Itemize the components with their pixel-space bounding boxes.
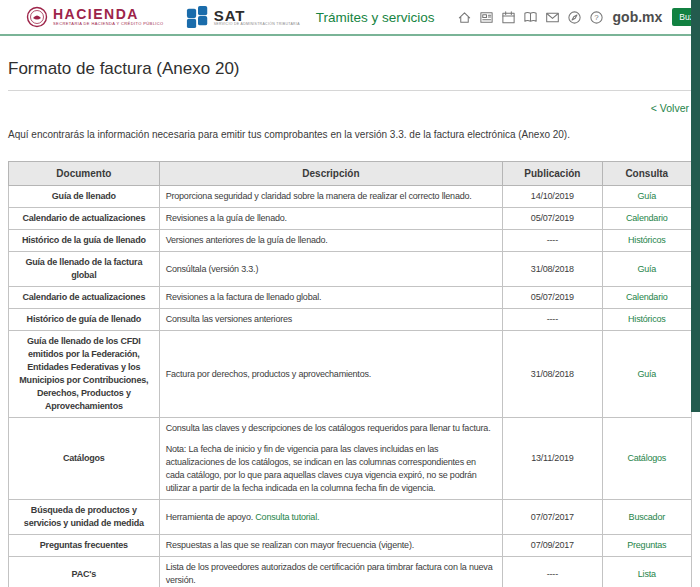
documento-cell: Guía de llenado [9,186,160,208]
table-row: Histórico de la guía de llenadoVersiones… [9,230,692,252]
publicacion-cell: ---- [503,557,602,587]
header-documento: Documento [9,162,160,186]
publicacion-cell: 14/10/2019 [503,186,602,208]
descripcion-cell: Consulta las versiones anteriores [159,309,503,331]
table-row: Búsqueda de productos y servicios y unid… [9,500,692,535]
consulta-link[interactable]: Preguntas [627,540,666,550]
consulta-cell: Históricos [602,309,691,331]
descripcion-cell: Proporciona seguridad y claridad sobre l… [159,186,503,208]
descripcion-cell: Consulta las claves y descripciones de l… [159,418,503,500]
hacienda-wordmark: HACIENDA [53,8,164,21]
header-icon-bar: ? [457,10,604,25]
documento-cell: Preguntas frecuentes [9,535,160,557]
consulta-link[interactable]: Catálogos [627,453,666,463]
consulta-link[interactable]: Históricos [628,235,666,245]
hacienda-subtitle: SECRETARÍA DE HACIENDA Y CRÉDITO PÚBLICO [53,21,164,26]
header-descripcion: Descripción [159,162,503,186]
table-row: CatálogosConsulta las claves y descripci… [9,418,692,500]
descripcion-paragraph: Revisiones a la guía de llenado. [166,212,497,225]
consulta-cell: Guía [602,331,691,418]
descripcion-cell: Revisiones a la guía de llenado. [159,208,503,230]
sat-logo[interactable]: SAT SERVICIO DE ADMINISTRACIÓN TRIBUTARI… [186,5,300,29]
table-body: Guía de llenadoProporciona seguridad y c… [9,186,692,587]
consulta-cell: Calendario [602,208,691,230]
publicacion-cell: 05/07/2019 [503,208,602,230]
descripcion-paragraph: Proporciona seguridad y claridad sobre l… [166,190,497,203]
volver-link[interactable]: < Volver [651,102,689,114]
home-icon[interactable] [457,10,472,25]
descripcion-link[interactable]: Consulta tutorial. [255,512,319,522]
documento-cell: Histórico de la guía de llenado [9,230,160,252]
top-header: HACIENDA SECRETARÍA DE HACIENDA Y CRÉDIT… [0,0,700,36]
header-publicacion: Publicación [503,162,602,186]
consulta-link[interactable]: Lista [638,569,656,579]
calendar-icon[interactable] [501,10,516,25]
sat-squares-icon [186,5,210,29]
news-icon[interactable] [479,10,494,25]
descripcion-paragraph: Revisiones a la factura de llenado globa… [166,291,497,304]
table-row: PAC'sLista de los proveedores autorizado… [9,557,692,587]
descripcion-paragraph: Respuestas a las que se realizan con may… [166,539,497,552]
consulta-link[interactable]: Guía [637,369,656,379]
descripcion-paragraph: Consulta las claves y descripciones de l… [166,422,497,435]
publicacion-cell: 05/07/2019 [503,287,602,309]
descripcion-cell: Herramienta de apoyo. Consulta tutorial. [159,500,503,535]
descripcion-cell: Respuestas a las que se realizan con may… [159,535,503,557]
consulta-cell: Lista [602,557,691,587]
scrollbar-thumb[interactable] [691,0,700,412]
mail-icon[interactable] [545,10,560,25]
consulta-link[interactable]: Calendario [626,213,668,223]
consulta-link[interactable]: Calendario [626,292,668,302]
descripcion-paragraph: Versiones anteriores de la guía de llena… [166,234,497,247]
descripcion-cell: Factura por derechos, productos y aprove… [159,331,503,418]
back-row: < Volver [8,98,692,116]
help-icon[interactable]: ? [589,10,604,25]
descripcion-paragraph: Consúltala (versión 3.3.) [166,263,497,276]
table-row: Guía de llenado de los CFDI emitidos por… [9,331,692,418]
consulta-link[interactable]: Guía [637,264,656,274]
consulta-cell: Preguntas [602,535,691,557]
documents-table: Documento Descripción Publicación Consul… [8,161,692,587]
tramites-y-servicios-link[interactable]: Trámites y servicios [316,10,435,25]
consulta-cell: Históricos [602,230,691,252]
compass-icon[interactable] [567,10,582,25]
intro-text: Aquí encontrarás la información necesari… [8,129,692,140]
documento-cell: Calendario de actualizaciones [9,208,160,230]
documento-cell: Catálogos [9,418,160,500]
publicacion-cell: 13/11/2019 [503,418,602,500]
documento-cell: Guía de llenado de los CFDI emitidos por… [9,331,160,418]
main-content: Formato de factura (Anexo 20) < Volver A… [0,59,700,587]
consulta-cell: Catálogos [602,418,691,500]
descripcion-paragraph: Factura por derechos, productos y aprove… [166,368,497,381]
svg-text:?: ? [594,13,599,22]
book-icon[interactable] [523,10,538,25]
sat-subtitle: SERVICIO DE ADMINISTRACIÓN TRIBUTARIA [214,22,300,26]
table-header-row: Documento Descripción Publicación Consul… [9,162,692,186]
consulta-cell: Calendario [602,287,691,309]
consulta-link[interactable]: Históricos [628,314,666,324]
publicacion-cell: 31/08/2018 [503,252,602,287]
descripcion-paragraph: Nota: La fecha de inicio y fin de vigenc… [166,443,497,495]
descripcion-paragraph: Lista de los proveedores autorizados de … [166,561,497,587]
consulta-cell: Buscador [602,500,691,535]
consulta-link[interactable]: Buscador [629,512,665,522]
consulta-link[interactable]: Guía [637,191,656,201]
documento-cell: PAC's [9,557,160,587]
publicacion-cell: ---- [503,230,602,252]
documento-cell: Guía de llenado de la factura global [9,252,160,287]
table-row: Guía de llenado de la factura globalCons… [9,252,692,287]
gobmx-logo[interactable]: gob.mx [613,9,663,25]
consulta-cell: Guía [602,252,691,287]
header-consulta: Consulta [602,162,691,186]
publicacion-cell: 07/07/2017 [503,500,602,535]
sat-wordmark: SAT [214,9,300,22]
descripcion-cell: Revisiones a la factura de llenado globa… [159,287,503,309]
hacienda-logo[interactable]: HACIENDA SECRETARÍA DE HACIENDA Y CRÉDIT… [26,6,164,28]
table-row: Histórico de guía de llenadoConsulta las… [9,309,692,331]
table-row: Calendario de actualizacionesRevisiones … [9,208,692,230]
documento-cell: Búsqueda de productos y servicios y unid… [9,500,160,535]
documento-cell: Histórico de guía de llenado [9,309,160,331]
publicacion-cell: ---- [503,309,602,331]
hacienda-seal-icon [26,6,48,28]
descripcion-cell: Consúltala (versión 3.3.) [159,252,503,287]
